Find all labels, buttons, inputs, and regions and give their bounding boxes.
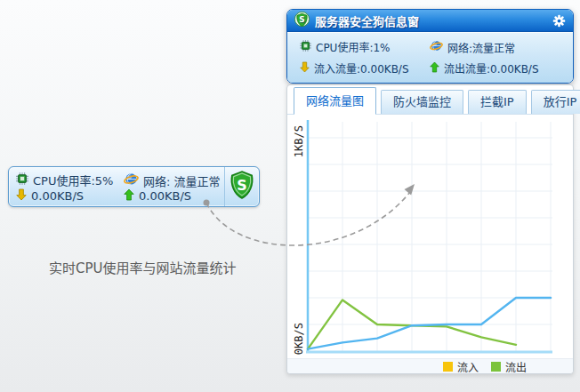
safedog-shield-icon: S <box>229 171 255 203</box>
outflow-up-arrow-icon <box>430 61 439 76</box>
mini-status-widget[interactable]: CPU使用率:5% 网络: 流量正常 0.00KB/S <box>8 166 260 207</box>
chart-legend: 流入 流出 <box>287 358 573 373</box>
status-cpu-label: CPU使用率:1% <box>316 39 390 54</box>
network-globe-icon <box>124 172 139 189</box>
titlebar-shield-icon: S <box>294 12 310 29</box>
tab-allowed-ip[interactable]: 放行IP <box>531 90 580 114</box>
status-outflow-label: 流出流量:0.00KB/S <box>444 60 539 76</box>
legend-label-inflow: 流入 <box>457 359 479 374</box>
legend-swatch-outflow <box>491 362 501 372</box>
inflow-line <box>308 298 551 349</box>
legend-item-outflow: 流出 <box>491 359 527 374</box>
mini-inflow-value: 0.00KB/S <box>31 189 84 203</box>
mini-cpu-label: CPU使用率:5% <box>33 172 113 188</box>
traffic-chart: 1KB/S 0KB/S <box>287 115 573 358</box>
inflow-down-arrow-icon <box>16 188 27 204</box>
y-axis-min-label: 0KB/S <box>293 323 305 355</box>
grid-lines <box>308 122 552 351</box>
legend-item-inflow: 流入 <box>443 359 479 374</box>
svg-text:S: S <box>299 15 304 24</box>
title-bar[interactable]: S 服务器安全狗信息窗 <box>287 10 573 32</box>
svg-text:S: S <box>237 177 246 194</box>
tab-blocked-ip[interactable]: 拦截IP <box>468 90 527 114</box>
info-window: S 服务器安全狗信息窗 <box>286 9 574 84</box>
mini-widget-info: CPU使用率:5% 网络: 流量正常 0.00KB/S <box>9 167 224 206</box>
network-globe-icon <box>430 39 443 55</box>
cpu-chip-icon <box>300 40 311 54</box>
status-inflow-label: 流入流量:0.00KB/S <box>314 60 409 76</box>
content-panel: 网络流量图 防火墙监控 拦截IP 放行IP 1KB/S 0KB/S 流入 流出 <box>286 84 574 374</box>
status-area: CPU使用率:1% 网络:流量正常 流入流量:0.00KB/S <box>287 32 573 83</box>
outflow-up-arrow-icon <box>124 188 134 204</box>
tab-firewall-monitor[interactable]: 防火墙监控 <box>381 90 463 114</box>
legend-swatch-inflow <box>443 362 453 372</box>
status-network-label: 网络:流量正常 <box>447 40 515 55</box>
mini-network-label: 网络: 流量正常 <box>143 172 221 189</box>
inflow-down-arrow-icon <box>300 61 310 76</box>
gear-icon[interactable] <box>552 14 566 28</box>
y-axis-max-label: 1KB/S <box>293 125 305 157</box>
caption-text: 实时CPU使用率与网站流量统计 <box>49 258 237 276</box>
cpu-chip-icon <box>16 172 28 188</box>
tab-network-traffic-chart[interactable]: 网络流量图 <box>294 87 376 115</box>
traffic-chart-svg <box>287 115 573 358</box>
window-title: 服务器安全狗信息窗 <box>315 12 419 29</box>
legend-label-outflow: 流出 <box>505 359 527 374</box>
tab-bar: 网络流量图 防火墙监控 拦截IP 放行IP <box>287 85 573 115</box>
mini-outflow-value: 0.00KB/S <box>139 189 191 203</box>
